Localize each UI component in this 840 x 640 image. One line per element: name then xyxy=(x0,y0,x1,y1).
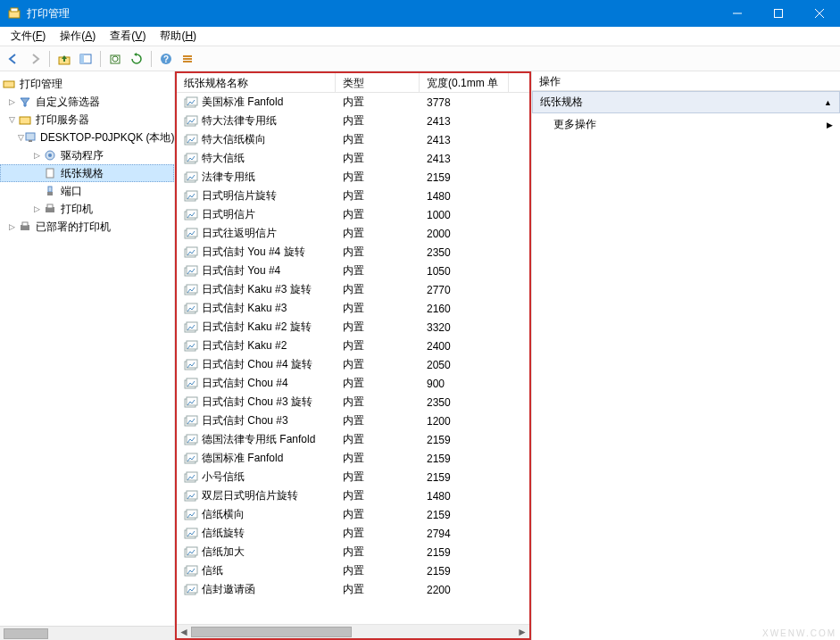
expand-toggle[interactable]: ▷ xyxy=(30,149,43,162)
tree-node-deployed[interactable]: ▷ 已部署的打印机 xyxy=(0,218,174,236)
list-row[interactable]: 特大信纸横向内置2413 xyxy=(177,130,529,149)
list-row[interactable]: 特大法律专用纸内置2413 xyxy=(177,112,529,130)
cell-name: 日式信封 Kaku #2 旋转 xyxy=(177,320,336,335)
tree-node-paper[interactable]: 纸张规格 xyxy=(0,164,174,182)
svg-rect-13 xyxy=(183,55,192,57)
form-icon xyxy=(184,453,198,465)
expand-toggle[interactable]: ▷ xyxy=(5,220,18,233)
list-row[interactable]: 信纸旋转内置2794 xyxy=(177,524,529,543)
cell-width: 3320 xyxy=(420,321,509,334)
tree-node-printers[interactable]: ▷ 打印机 xyxy=(0,200,174,218)
form-icon xyxy=(184,246,198,259)
menu-view[interactable]: 查看(V) xyxy=(103,27,153,46)
list-horizontal-scrollbar[interactable]: ◄► xyxy=(177,624,529,638)
tree: 打印管理 ▷ 自定义筛选器 ▽ 打印服务器 ▽ DESKTOP-P0JPKQK … xyxy=(0,71,174,254)
tree-node-server[interactable]: ▽ DESKTOP-P0JPKQK (本地) xyxy=(0,129,174,146)
list-row[interactable]: 日式信封 You #4 旋转内置2350 xyxy=(177,243,529,262)
tree-node-drivers[interactable]: ▷ 驱动程序 xyxy=(0,146,174,164)
form-icon xyxy=(184,471,198,484)
cell-type: 内置 xyxy=(336,207,420,222)
tree-horizontal-scrollbar[interactable] xyxy=(0,626,174,640)
cell-type: 内置 xyxy=(336,395,420,410)
minimize-button[interactable] xyxy=(717,0,758,27)
list-row[interactable]: 日式信封 Kaku #2 旋转内置3320 xyxy=(177,318,529,337)
tree-panel: 打印管理 ▷ 自定义筛选器 ▽ 打印服务器 ▽ DESKTOP-P0JPKQK … xyxy=(0,71,175,640)
toolbar-separator xyxy=(49,51,50,67)
list-row[interactable]: 小号信纸内置2159 xyxy=(177,468,529,486)
list-row[interactable]: 日式信封 Chou #4内置900 xyxy=(177,374,529,393)
list-row[interactable]: 美国标准 Fanfold内置3778 xyxy=(177,93,529,112)
tree-label: 自定义筛选器 xyxy=(36,95,100,110)
list-body[interactable]: 美国标准 Fanfold内置3778特大法律专用纸内置2413特大信纸横向内置2… xyxy=(177,93,529,624)
list-row[interactable]: 信纸加大内置2159 xyxy=(177,543,529,561)
column-header-width[interactable]: 宽度(0.1mm 单 xyxy=(420,73,509,92)
cell-type: 内置 xyxy=(336,301,420,316)
cell-name: 德国法律专用纸 Fanfold xyxy=(177,432,336,447)
menu-action[interactable]: 操作(A) xyxy=(53,27,103,46)
form-icon xyxy=(184,303,198,315)
show-hide-tree-button[interactable] xyxy=(76,49,96,69)
menu-file[interactable]: 文件(F) xyxy=(4,27,53,46)
expand-toggle[interactable]: ▷ xyxy=(5,96,18,108)
expand-toggle[interactable]: ▷ xyxy=(30,203,43,215)
list-row[interactable]: 日式信封 Kaku #2内置2400 xyxy=(177,337,529,355)
collapse-toggle[interactable]: ▽ xyxy=(5,113,18,126)
list-row[interactable]: 法律专用纸内置2159 xyxy=(177,168,529,187)
tree-node-servers[interactable]: ▽ 打印服务器 xyxy=(0,111,174,129)
list-row[interactable]: 日式明信片内置1000 xyxy=(177,205,529,224)
list-row[interactable]: 日式信封 Kaku #3 旋转内置2770 xyxy=(177,280,529,299)
list-row[interactable]: 双层日式明信片旋转内置1480 xyxy=(177,486,529,505)
svg-point-21 xyxy=(48,154,52,157)
actions-more-link[interactable]: 更多操作 ▶ xyxy=(532,113,840,136)
list-row[interactable]: 日式信封 You #4内置1050 xyxy=(177,262,529,280)
cell-type: 内置 xyxy=(336,226,420,241)
tree-label: 纸张规格 xyxy=(61,166,104,181)
list-row[interactable]: 德国法律专用纸 Fanfold内置2159 xyxy=(177,430,529,449)
actions-group-paper[interactable]: 纸张规格 ▲ xyxy=(532,91,840,113)
list-row[interactable]: 信纸横向内置2159 xyxy=(177,505,529,524)
cell-type: 内置 xyxy=(336,151,420,166)
back-button[interactable] xyxy=(4,49,23,69)
list-row[interactable]: 日式往返明信片内置2000 xyxy=(177,224,529,243)
server-icon xyxy=(24,130,37,145)
list-row[interactable]: 日式明信片旋转内置1480 xyxy=(177,187,529,205)
tree-node-filters[interactable]: ▷ 自定义筛选器 xyxy=(0,93,174,111)
close-button[interactable] xyxy=(799,0,840,27)
cell-type: 内置 xyxy=(336,282,420,297)
deployed-printers-icon xyxy=(18,220,32,234)
list-header: 纸张规格名称 类型 宽度(0.1mm 单 xyxy=(177,73,529,93)
tree-node-ports[interactable]: 端口 xyxy=(0,182,174,200)
list-row[interactable]: 信封邀请函内置2200 xyxy=(177,580,529,599)
titlebar: 打印管理 xyxy=(0,0,840,27)
form-icon xyxy=(184,490,198,503)
cell-name: 日式明信片 xyxy=(177,207,336,222)
list-row[interactable]: 特大信纸内置2413 xyxy=(177,149,529,168)
tree-root[interactable]: 打印管理 xyxy=(0,75,174,93)
cell-name: 信纸 xyxy=(177,563,336,578)
list-row[interactable]: 信纸内置2159 xyxy=(177,561,529,580)
app-icon xyxy=(7,6,21,21)
form-icon xyxy=(184,96,198,109)
list-row[interactable]: 日式信封 Chou #3内置1200 xyxy=(177,411,529,430)
cell-type: 内置 xyxy=(336,451,420,466)
cell-type: 内置 xyxy=(336,526,420,541)
port-icon xyxy=(43,184,57,198)
cell-type: 内置 xyxy=(336,507,420,522)
list-row[interactable]: 德国标准 Fanfold内置2159 xyxy=(177,449,529,468)
list-row[interactable]: 日式信封 Kaku #3内置2160 xyxy=(177,299,529,318)
view-options-button[interactable] xyxy=(178,49,197,69)
help-button[interactable]: ? xyxy=(156,49,176,69)
export-button[interactable] xyxy=(105,49,125,69)
collapse-toggle[interactable]: ▽ xyxy=(18,131,24,144)
cell-width: 2160 xyxy=(420,303,509,315)
refresh-button[interactable] xyxy=(127,49,146,69)
column-header-name[interactable]: 纸张规格名称 xyxy=(177,73,336,92)
column-header-type[interactable]: 类型 xyxy=(336,73,420,92)
forward-button[interactable] xyxy=(25,49,45,69)
up-folder-button[interactable] xyxy=(54,49,74,69)
list-row[interactable]: 日式信封 Chou #4 旋转内置2050 xyxy=(177,355,529,374)
list-row[interactable]: 日式信封 Chou #3 旋转内置2350 xyxy=(177,393,529,411)
menu-help[interactable]: 帮助(H) xyxy=(153,27,204,46)
maximize-button[interactable] xyxy=(758,0,799,27)
tree-label: 打印管理 xyxy=(20,77,62,92)
